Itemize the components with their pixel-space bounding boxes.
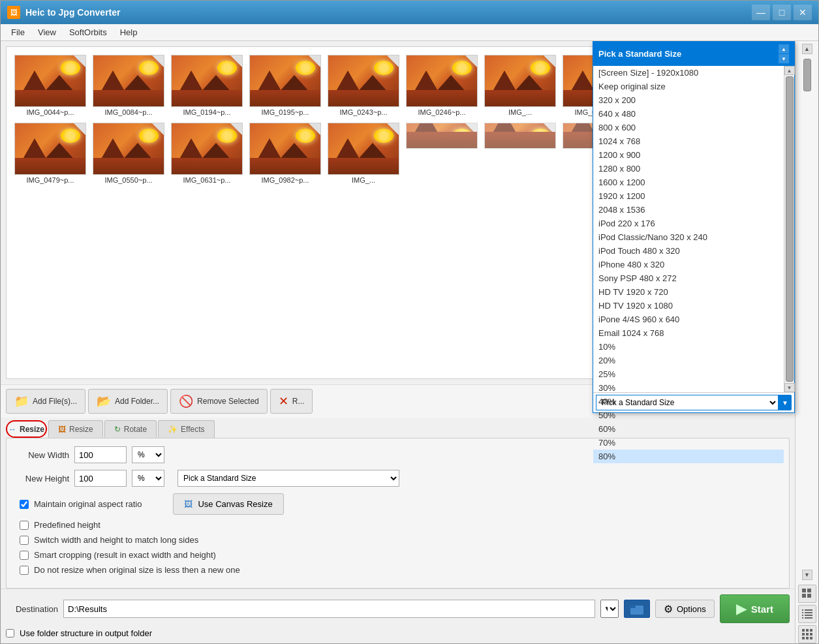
list-item[interactable]: 70% [593,436,784,450]
dropdown-scroll-arrows: ▲ ▼ [779,44,789,63]
options-button[interactable]: ⚙ Options [655,600,715,618]
image-thumbnail [406,55,478,107]
list-item[interactable]: Keep original size [593,80,784,93]
folder-structure-checkbox[interactable] [6,629,14,637]
list-item-highlighted[interactable]: 80% [593,450,784,463]
height-unit-select[interactable]: % px cm mm [132,470,164,487]
list-item[interactable]: HD TV 1920 x 1080 [593,299,784,313]
list-item[interactable]: IMG_0631~p... [168,120,245,187]
svg-rect-1 [630,606,636,608]
start-button[interactable]: ▶ Start [720,594,790,623]
dropdown-sb-up[interactable]: ▲ [784,66,795,75]
dropdown-scroll-up[interactable]: ▲ [779,44,789,54]
dropdown-sb-thumb[interactable] [786,76,794,382]
list-item[interactable]: 1920 x 1200 [593,189,784,203]
list-item[interactable]: Email 1024 x 768 [593,326,784,340]
list-item[interactable]: 1024 x 768 [593,134,784,148]
list-item[interactable]: iPod Touch 480 x 320 [593,244,784,258]
remove2-button[interactable]: ✕ R... [270,389,313,414]
dropdown-list: [Screen Size] - 1920x1080 Keep original … [593,66,784,392]
list-item[interactable]: IMG_0479~p... [12,120,89,187]
remove-selected-button[interactable]: 🚫 Remove Selected [170,389,268,414]
list-item[interactable]: 800 x 600 [593,121,784,134]
destination-browse-button[interactable] [624,600,650,618]
list-item[interactable]: IMG_0982~p... [247,120,324,187]
list-item[interactable]: IMG_0044~p... [12,52,89,119]
list-item[interactable]: IMG_0550~p... [90,120,167,187]
list-item[interactable]: IMG_0195~p... [247,52,324,119]
list-item[interactable]: iPone 4/4S 960 x 640 [593,313,784,326]
image-thumbnail [93,55,164,107]
list-item[interactable]: 40% [593,395,784,408]
new-height-input[interactable] [74,470,127,487]
list-item[interactable]: IMG_... [325,120,402,187]
dropdown-sb-down[interactable]: ▼ [784,383,795,392]
maintain-aspect-checkbox[interactable] [20,500,29,509]
list-item[interactable]: 20% [593,354,784,367]
list-item[interactable]: 1280 x 800 [593,162,784,176]
view-large-icon-button[interactable] [798,585,816,603]
list-item[interactable]: IMG_0084~p... [90,52,167,119]
tab-effects-label: Effects [181,425,204,434]
maximize-button[interactable]: □ [773,5,791,20]
list-item[interactable]: IMG_0246~p... [403,52,480,119]
svg-rect-13 [802,617,803,619]
minimize-button[interactable]: — [752,5,770,20]
menu-view[interactable]: View [33,25,61,39]
image-thumbnail [14,55,86,107]
list-item[interactable]: 25% [593,367,784,381]
predefined-height-checkbox[interactable] [20,521,29,530]
list-item[interactable]: HD TV 1920 x 720 [593,285,784,299]
scroll-thumb[interactable] [803,59,811,91]
smart-crop-checkbox[interactable] [20,551,29,560]
pick-standard-select[interactable]: Pick a Standard Size [178,470,399,487]
list-item[interactable] [403,120,480,187]
list-item[interactable]: iPod 220 x 176 [593,217,784,230]
list-item[interactable]: 320 x 200 [593,93,784,107]
dropdown-scroll-down[interactable]: ▼ [779,54,789,63]
no-resize-checkbox[interactable] [20,566,29,575]
tab-rotate[interactable]: ↻ Rotate [104,420,157,438]
list-item[interactable]: 10% [593,340,784,354]
list-item[interactable] [482,120,559,187]
tab-resize2[interactable]: 🖼 Resize [48,420,103,438]
menu-file[interactable]: File [6,25,30,39]
image-label: IMG_0246~p... [406,108,478,116]
list-item[interactable]: 60% [593,422,784,436]
view-list-icon-button[interactable] [798,605,816,623]
remove-label: Remove Selected [197,397,259,406]
tab-effects[interactable]: ✨ Effects [158,420,214,438]
image-label: IMG_0243~p... [328,108,399,116]
list-item[interactable]: 1600 x 1200 [593,176,784,189]
add-folder-button[interactable]: 📂 Add Folder... [88,389,168,414]
menu-softorbits[interactable]: SoftOrbits [64,25,112,39]
start-arrow-icon: ▶ [736,601,746,617]
list-item[interactable]: 640 x 480 [593,107,784,121]
scroll-down-arrow[interactable]: ▼ [802,570,812,580]
list-item[interactable]: 30% [593,381,784,395]
list-item[interactable]: 1200 x 900 [593,148,784,162]
view-grid-icon-button[interactable] [798,625,816,643]
width-unit-select[interactable]: % px cm mm [132,446,164,463]
switch-wh-checkbox[interactable] [20,536,29,545]
destination-dropdown[interactable]: ▼ [600,600,619,618]
close-button[interactable]: ✕ [794,5,812,20]
new-width-input[interactable] [74,446,127,463]
list-item[interactable]: IMG_0243~p... [325,52,402,119]
add-files-button[interactable]: 📁 Add File(s)... [6,389,85,414]
list-item[interactable]: [Screen Size] - 1920x1080 [593,66,784,80]
list-item[interactable]: IMG_0194~p... [168,52,245,119]
use-canvas-resize-button[interactable]: 🖼 Use Canvas Resize [173,493,283,515]
scroll-up-arrow[interactable]: ▲ [802,44,812,54]
list-item[interactable]: iPod Classic/Nano 320 x 240 [593,230,784,244]
list-item[interactable]: 2048 x 1536 [593,203,784,217]
destination-input[interactable] [63,600,595,618]
tab-resize-active[interactable]: ↔ Resize [6,420,47,438]
list-item[interactable]: iPhone 480 x 320 [593,258,784,271]
svg-rect-9 [805,617,812,619]
list-item[interactable]: Sony PSP 480 x 272 [593,271,784,285]
image-label: IMG_0084~p... [93,108,164,116]
list-item[interactable]: 50% [593,408,784,422]
list-item[interactable]: IMG_... [482,52,559,119]
menu-help[interactable]: Help [115,25,143,39]
